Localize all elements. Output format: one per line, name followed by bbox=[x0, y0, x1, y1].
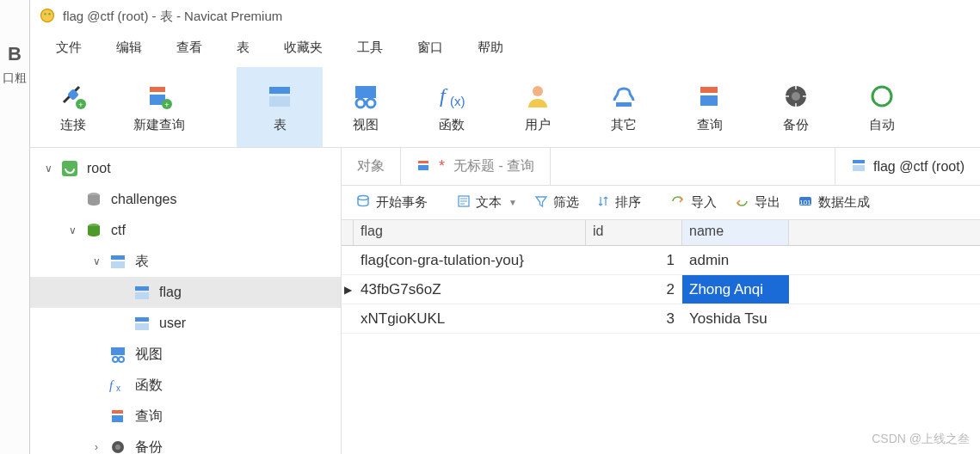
button-label: 筛选 bbox=[553, 194, 579, 211]
filter-button[interactable]: 筛选 bbox=[526, 191, 588, 214]
toolbar-other-button[interactable]: 其它 bbox=[581, 67, 667, 147]
tree-node[interactable]: ∨ctf bbox=[30, 215, 341, 246]
toolbar-label: 表 bbox=[274, 117, 287, 133]
begin-transaction-button[interactable]: 开始事务 bbox=[347, 190, 436, 215]
menu-item[interactable]: 查看 bbox=[159, 36, 219, 59]
backup-icon bbox=[780, 81, 811, 112]
table-row[interactable]: flag{con-gra-tulation-you}1admin bbox=[342, 246, 980, 275]
svg-rect-19 bbox=[700, 87, 718, 93]
button-label: 排序 bbox=[615, 194, 641, 211]
svg-rect-27 bbox=[111, 255, 125, 260]
svg-rect-28 bbox=[111, 261, 125, 268]
toolbar-auto-button[interactable]: 自动 bbox=[839, 67, 925, 147]
toolbar-newq-button[interactable]: +新建查询 bbox=[116, 67, 202, 147]
cell-name[interactable]: admin bbox=[682, 246, 789, 274]
cell-id[interactable]: 3 bbox=[586, 304, 682, 333]
chevron-icon[interactable]: ∨ bbox=[40, 163, 56, 175]
export-button[interactable]: 导出 bbox=[725, 191, 789, 214]
menu-item[interactable]: 帮助 bbox=[460, 36, 521, 59]
cell-id[interactable]: 1 bbox=[586, 246, 682, 274]
menu-item[interactable]: 表 bbox=[219, 36, 267, 59]
menu-item[interactable]: 工具 bbox=[340, 36, 400, 59]
svg-rect-24 bbox=[62, 161, 77, 176]
toolbar-view-button[interactable]: 视图 bbox=[323, 67, 409, 147]
sort-button[interactable]: 排序 bbox=[588, 191, 650, 214]
svg-rect-39 bbox=[112, 415, 123, 422]
toolbar-backup-button[interactable]: 备份 bbox=[753, 67, 839, 147]
cell-flag[interactable]: flag{con-gra-tulation-you} bbox=[354, 246, 586, 274]
table-row[interactable]: ▶43fbG7s6oZ2Zhong Anqi bbox=[342, 275, 980, 304]
column-header-name[interactable]: name bbox=[682, 220, 789, 245]
toolbar-plug-button[interactable]: +连接 bbox=[30, 67, 116, 147]
svg-rect-10 bbox=[269, 87, 290, 94]
tree-node[interactable]: 视图 bbox=[30, 339, 341, 370]
svg-rect-6 bbox=[150, 87, 165, 92]
column-header-id[interactable]: id bbox=[586, 220, 682, 245]
tab-flag-table[interactable]: flag @ctf (root) bbox=[835, 148, 980, 185]
cell-flag[interactable]: 43fbG7s6oZ bbox=[354, 275, 586, 304]
menu-item[interactable]: 窗口 bbox=[400, 36, 460, 59]
svg-rect-33 bbox=[111, 347, 125, 355]
tab-untitled-query[interactable]: * 无标题 - 查询 bbox=[401, 148, 551, 185]
host-left-panel: B 口粗 bbox=[0, 0, 30, 454]
svg-point-34 bbox=[113, 357, 118, 362]
toolbar-label: 自动 bbox=[869, 117, 895, 133]
tree-node[interactable]: fx函数 bbox=[30, 370, 341, 401]
svg-rect-20 bbox=[700, 95, 718, 106]
cell-flag[interactable]: xNTgioKUKL bbox=[354, 304, 586, 333]
view-icon bbox=[108, 344, 128, 365]
toolbar-query-button[interactable]: 查询 bbox=[667, 67, 753, 147]
text-view-button[interactable]: 文本 ▼ bbox=[448, 191, 526, 214]
tree-node[interactable]: challenges bbox=[30, 184, 341, 215]
toolbar-fx-button[interactable]: f(x)函数 bbox=[409, 67, 495, 147]
table-row[interactable]: xNTgioKUKL3Yoshida Tsu bbox=[342, 304, 980, 334]
svg-text:f: f bbox=[109, 378, 114, 392]
toolbar-label: 备份 bbox=[783, 117, 809, 133]
tree-label: 备份 bbox=[135, 439, 163, 455]
data-toolbar: 开始事务 文本 ▼ 筛选 排序 bbox=[342, 186, 980, 220]
chevron-icon[interactable]: › bbox=[89, 441, 104, 453]
fx-icon: f(x) bbox=[436, 81, 467, 112]
text-icon bbox=[457, 194, 471, 211]
toolbar-user-button[interactable]: 用户 bbox=[495, 67, 581, 147]
menubar: 文件编辑查看表收藏夹工具窗口帮助 bbox=[30, 33, 980, 62]
tree-node[interactable]: ›备份 bbox=[30, 432, 341, 454]
cell-id[interactable]: 2 bbox=[586, 275, 682, 304]
plug-icon: + bbox=[58, 81, 89, 112]
row-indicator: ▶ bbox=[342, 275, 354, 304]
tree-node[interactable]: flag bbox=[30, 277, 341, 308]
menu-item[interactable]: 收藏夹 bbox=[267, 36, 340, 59]
bold-b[interactable]: B bbox=[0, 0, 29, 65]
grid-header: flag id name bbox=[342, 220, 980, 246]
chevron-icon[interactable]: ∨ bbox=[65, 224, 80, 236]
tab-objects[interactable]: 对象 bbox=[342, 148, 401, 185]
import-button[interactable]: 导入 bbox=[662, 191, 725, 214]
cell-name[interactable]: Zhong Anqi bbox=[682, 275, 789, 304]
tree-node[interactable]: user bbox=[30, 308, 341, 339]
menu-item[interactable]: 文件 bbox=[39, 36, 99, 59]
data-gen-button[interactable]: 101 数据生成 bbox=[789, 191, 878, 214]
svg-rect-32 bbox=[135, 323, 149, 330]
query-icon bbox=[108, 406, 128, 426]
svg-rect-11 bbox=[269, 96, 290, 107]
tree-node[interactable]: 查询 bbox=[30, 401, 341, 432]
column-header-flag[interactable]: flag bbox=[354, 220, 586, 245]
toolbar-label: 新建查询 bbox=[133, 117, 185, 133]
cell-name[interactable]: Yoshida Tsu bbox=[682, 304, 789, 333]
conn-icon bbox=[59, 158, 80, 179]
connection-tree[interactable]: ∨rootchallenges∨ctf∨表flaguser视图fx函数查询›备份 bbox=[30, 148, 342, 454]
filter-icon bbox=[534, 194, 548, 211]
toolbar-label: 连接 bbox=[60, 117, 86, 133]
data-grid[interactable]: flag id name flag{con-gra-tulation-you}1… bbox=[342, 220, 980, 454]
bold-label: 口粗 bbox=[0, 65, 29, 86]
menu-item[interactable]: 编辑 bbox=[99, 36, 159, 59]
button-label: 导出 bbox=[755, 194, 780, 211]
svg-point-13 bbox=[356, 99, 365, 107]
chevron-icon[interactable]: ∨ bbox=[89, 255, 104, 267]
workarea: ∨rootchallenges∨ctf∨表flaguser视图fx函数查询›备份… bbox=[30, 148, 980, 454]
toolbar-table-button[interactable]: 表 bbox=[237, 67, 323, 147]
svg-point-35 bbox=[119, 357, 124, 362]
tree-node[interactable]: ∨root bbox=[30, 153, 341, 184]
tree-node[interactable]: ∨表 bbox=[30, 246, 341, 277]
svg-text:f: f bbox=[440, 84, 448, 107]
